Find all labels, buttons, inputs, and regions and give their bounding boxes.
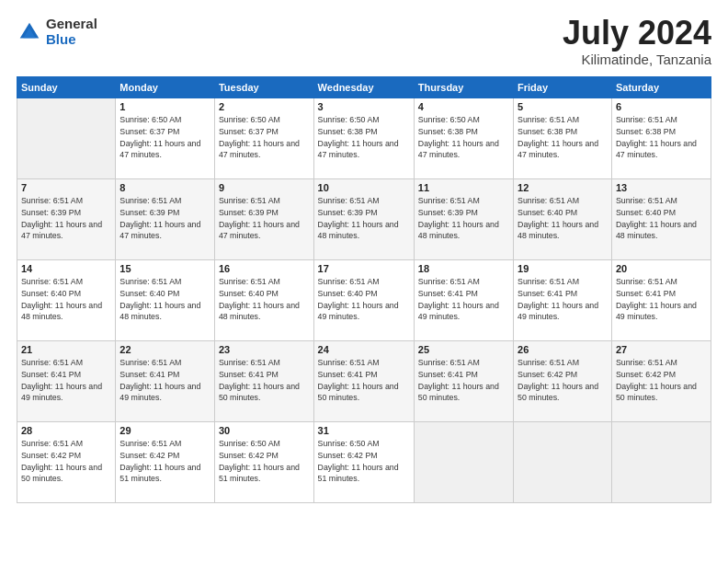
calendar-cell: 30Sunrise: 6:50 AMSunset: 6:42 PMDayligh… xyxy=(214,422,313,503)
calendar-week-row: 7Sunrise: 6:51 AMSunset: 6:39 PMDaylight… xyxy=(17,179,711,260)
calendar-cell: 10Sunrise: 6:51 AMSunset: 6:39 PMDayligh… xyxy=(313,179,414,260)
cell-date-number: 22 xyxy=(119,344,210,355)
cell-date-number: 15 xyxy=(119,263,210,274)
calendar-cell: 3Sunrise: 6:50 AMSunset: 6:38 PMDaylight… xyxy=(313,98,414,179)
calendar-cell: 6Sunrise: 6:51 AMSunset: 6:38 PMDaylight… xyxy=(611,98,711,179)
calendar-header-row: SundayMondayTuesdayWednesdayThursdayFrid… xyxy=(17,77,711,98)
cell-date-number: 16 xyxy=(219,263,310,274)
calendar-cell xyxy=(414,422,513,503)
calendar-cell: 22Sunrise: 6:51 AMSunset: 6:41 PMDayligh… xyxy=(116,341,215,422)
cell-date-number: 18 xyxy=(418,263,509,274)
cell-date-number: 9 xyxy=(219,182,310,193)
cell-date-number: 3 xyxy=(318,101,410,112)
calendar-cell: 25Sunrise: 6:51 AMSunset: 6:41 PMDayligh… xyxy=(414,341,513,422)
cell-info: Sunrise: 6:51 AMSunset: 6:40 PMDaylight:… xyxy=(219,276,310,323)
cell-info: Sunrise: 6:50 AMSunset: 6:42 PMDaylight:… xyxy=(219,438,310,485)
calendar-cell: 17Sunrise: 6:51 AMSunset: 6:40 PMDayligh… xyxy=(313,260,414,341)
calendar-header-tuesday: Tuesday xyxy=(214,77,313,98)
cell-date-number: 14 xyxy=(21,263,111,274)
cell-date-number: 26 xyxy=(518,344,608,355)
logo-general-text: General xyxy=(46,17,97,32)
calendar-week-row: 21Sunrise: 6:51 AMSunset: 6:41 PMDayligh… xyxy=(17,341,711,422)
title-location: Kilimatinde, Tanzania xyxy=(563,52,711,67)
cell-date-number: 24 xyxy=(318,344,410,355)
calendar-cell: 20Sunrise: 6:51 AMSunset: 6:41 PMDayligh… xyxy=(611,260,711,341)
cell-date-number: 6 xyxy=(616,101,707,112)
logo-blue-text: Blue xyxy=(46,32,97,48)
cell-date-number: 30 xyxy=(219,425,310,436)
cell-info: Sunrise: 6:51 AMSunset: 6:42 PMDaylight:… xyxy=(119,438,210,485)
logo: General Blue xyxy=(17,17,97,47)
calendar-cell xyxy=(514,422,612,503)
cell-info: Sunrise: 6:51 AMSunset: 6:40 PMDaylight:… xyxy=(318,276,410,323)
logo-icon xyxy=(17,19,42,45)
cell-date-number: 25 xyxy=(418,344,509,355)
calendar-cell: 4Sunrise: 6:50 AMSunset: 6:38 PMDaylight… xyxy=(414,98,513,179)
cell-info: Sunrise: 6:50 AMSunset: 6:42 PMDaylight:… xyxy=(318,438,410,485)
calendar-header-friday: Friday xyxy=(514,77,612,98)
cell-date-number: 8 xyxy=(119,182,210,193)
cell-info: Sunrise: 6:51 AMSunset: 6:41 PMDaylight:… xyxy=(616,276,707,323)
cell-date-number: 5 xyxy=(518,101,608,112)
header: General Blue July 2024 Kilimatinde, Tanz… xyxy=(17,17,711,67)
calendar-week-row: 14Sunrise: 6:51 AMSunset: 6:40 PMDayligh… xyxy=(17,260,711,341)
cell-date-number: 12 xyxy=(518,182,608,193)
cell-date-number: 23 xyxy=(219,344,310,355)
cell-info: Sunrise: 6:50 AMSunset: 6:37 PMDaylight:… xyxy=(219,114,310,161)
calendar-cell xyxy=(611,422,711,503)
calendar-cell: 28Sunrise: 6:51 AMSunset: 6:42 PMDayligh… xyxy=(17,422,116,503)
calendar-header-wednesday: Wednesday xyxy=(313,77,414,98)
cell-date-number: 7 xyxy=(21,182,111,193)
cell-info: Sunrise: 6:51 AMSunset: 6:39 PMDaylight:… xyxy=(21,195,111,242)
cell-info: Sunrise: 6:50 AMSunset: 6:37 PMDaylight:… xyxy=(119,114,210,161)
calendar-cell: 12Sunrise: 6:51 AMSunset: 6:40 PMDayligh… xyxy=(514,179,612,260)
cell-date-number: 17 xyxy=(318,263,410,274)
calendar-cell: 29Sunrise: 6:51 AMSunset: 6:42 PMDayligh… xyxy=(116,422,215,503)
calendar-week-row: 1Sunrise: 6:50 AMSunset: 6:37 PMDaylight… xyxy=(17,98,711,179)
calendar-cell: 9Sunrise: 6:51 AMSunset: 6:39 PMDaylight… xyxy=(214,179,313,260)
calendar-table: SundayMondayTuesdayWednesdayThursdayFrid… xyxy=(17,76,711,503)
calendar-cell: 24Sunrise: 6:51 AMSunset: 6:41 PMDayligh… xyxy=(313,341,414,422)
cell-info: Sunrise: 6:51 AMSunset: 6:40 PMDaylight:… xyxy=(119,276,210,323)
calendar-cell: 1Sunrise: 6:50 AMSunset: 6:37 PMDaylight… xyxy=(116,98,215,179)
cell-info: Sunrise: 6:51 AMSunset: 6:39 PMDaylight:… xyxy=(119,195,210,242)
cell-info: Sunrise: 6:51 AMSunset: 6:42 PMDaylight:… xyxy=(21,438,111,485)
calendar-cell: 23Sunrise: 6:51 AMSunset: 6:41 PMDayligh… xyxy=(214,341,313,422)
title-block: July 2024 Kilimatinde, Tanzania xyxy=(563,17,711,67)
calendar-cell: 16Sunrise: 6:51 AMSunset: 6:40 PMDayligh… xyxy=(214,260,313,341)
calendar-cell: 14Sunrise: 6:51 AMSunset: 6:40 PMDayligh… xyxy=(17,260,116,341)
calendar-cell: 15Sunrise: 6:51 AMSunset: 6:40 PMDayligh… xyxy=(116,260,215,341)
cell-date-number: 4 xyxy=(418,101,509,112)
calendar-cell: 18Sunrise: 6:51 AMSunset: 6:41 PMDayligh… xyxy=(414,260,513,341)
cell-info: Sunrise: 6:51 AMSunset: 6:41 PMDaylight:… xyxy=(119,357,210,404)
calendar-cell: 5Sunrise: 6:51 AMSunset: 6:38 PMDaylight… xyxy=(514,98,612,179)
cell-date-number: 28 xyxy=(21,425,111,436)
cell-info: Sunrise: 6:51 AMSunset: 6:41 PMDaylight:… xyxy=(318,357,410,404)
page: General Blue July 2024 Kilimatinde, Tanz… xyxy=(0,0,728,563)
calendar-cell xyxy=(17,98,116,179)
cell-info: Sunrise: 6:51 AMSunset: 6:41 PMDaylight:… xyxy=(418,276,509,323)
cell-info: Sunrise: 6:51 AMSunset: 6:42 PMDaylight:… xyxy=(518,357,608,404)
cell-info: Sunrise: 6:51 AMSunset: 6:40 PMDaylight:… xyxy=(21,276,111,323)
calendar-cell: 8Sunrise: 6:51 AMSunset: 6:39 PMDaylight… xyxy=(116,179,215,260)
cell-date-number: 11 xyxy=(418,182,509,193)
calendar-header-sunday: Sunday xyxy=(17,77,116,98)
cell-date-number: 1 xyxy=(119,101,210,112)
calendar-cell: 7Sunrise: 6:51 AMSunset: 6:39 PMDaylight… xyxy=(17,179,116,260)
cell-info: Sunrise: 6:51 AMSunset: 6:40 PMDaylight:… xyxy=(616,195,707,242)
cell-info: Sunrise: 6:50 AMSunset: 6:38 PMDaylight:… xyxy=(318,114,410,161)
calendar-header-saturday: Saturday xyxy=(611,77,711,98)
cell-info: Sunrise: 6:51 AMSunset: 6:39 PMDaylight:… xyxy=(318,195,410,242)
cell-date-number: 10 xyxy=(318,182,410,193)
cell-info: Sunrise: 6:51 AMSunset: 6:41 PMDaylight:… xyxy=(518,276,608,323)
calendar-cell: 11Sunrise: 6:51 AMSunset: 6:39 PMDayligh… xyxy=(414,179,513,260)
cell-date-number: 20 xyxy=(616,263,707,274)
calendar-header-monday: Monday xyxy=(116,77,215,98)
cell-date-number: 29 xyxy=(119,425,210,436)
calendar-header-thursday: Thursday xyxy=(414,77,513,98)
calendar-cell: 13Sunrise: 6:51 AMSunset: 6:40 PMDayligh… xyxy=(611,179,711,260)
cell-info: Sunrise: 6:51 AMSunset: 6:38 PMDaylight:… xyxy=(518,114,608,161)
cell-date-number: 13 xyxy=(616,182,707,193)
logo-text: General Blue xyxy=(46,17,97,47)
cell-date-number: 19 xyxy=(518,263,608,274)
